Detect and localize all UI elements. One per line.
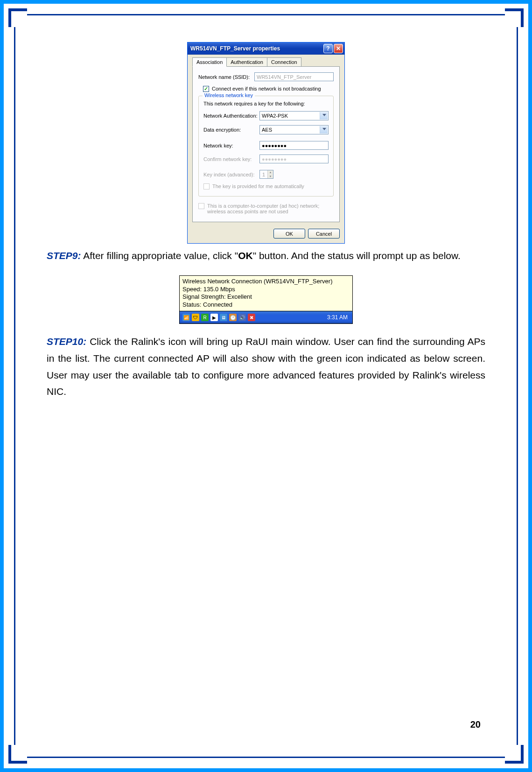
dialog-title: WR514VN_FTP_Server properties [190, 45, 322, 52]
step9-text-after: " button. And the status will prompt up … [253, 250, 461, 261]
volume-icon[interactable]: 🔊 [238, 314, 246, 321]
page-number: 20 [470, 719, 481, 730]
tooltip-line2: Speed: 135.0 Mbps [182, 286, 350, 294]
monitor-icon[interactable]: 🖥 [220, 314, 227, 321]
ssid-input[interactable]: WR514VN_FTP_Server [254, 72, 334, 81]
tab-connection[interactable]: Connection [267, 57, 301, 67]
tooltip-line4: Status: Connected [182, 301, 350, 309]
stop-icon[interactable]: ✖ [248, 314, 255, 321]
key-label: Network key: [203, 143, 259, 148]
corner-bl [8, 745, 27, 764]
enc-row: Data encryption: AES [203, 125, 329, 134]
connection-tooltip: Wireless Network Connection (WR514VN_FTP… [179, 275, 353, 324]
ok-button[interactable]: OK [273, 229, 305, 239]
auth-value: WPA2-PSK [262, 113, 288, 119]
corner-tl [8, 8, 27, 27]
auth-label: Network Authentication: [203, 113, 259, 119]
auto-key-checkbox[interactable] [203, 183, 210, 189]
fieldset-legend: Wireless network key [203, 92, 255, 98]
tooltip-content: Wireless Network Connection (WR514VN_FTP… [180, 276, 352, 312]
shield-icon[interactable]: 🛡 [192, 314, 199, 321]
index-row: Key index (advanced): 1 ▲▼ [203, 170, 329, 179]
index-spinner[interactable]: 1 ▲▼ [259, 170, 273, 179]
ssid-row: Network name (SSID): WR514VN_FTP_Server [198, 72, 334, 81]
corner-br [505, 745, 524, 764]
adhoc-label: This is a computer-to-computer (ad hoc) … [207, 203, 334, 214]
play-icon[interactable]: ▶ [210, 314, 218, 321]
step9-paragraph: STEP9: After filling appropriate value, … [47, 247, 485, 264]
chevron-down-icon [322, 128, 326, 130]
step10-paragraph: STEP10: Click the Ralink's icon will bri… [47, 333, 485, 400]
enc-value: AES [262, 127, 272, 133]
close-button[interactable]: ✕ [334, 44, 343, 53]
index-label: Key index (advanced): [203, 172, 259, 177]
key-input[interactable]: ●●●●●●●● [259, 141, 329, 150]
dialog-body: Association Authentication Connection Ne… [188, 55, 344, 243]
auth-select[interactable]: WPA2-PSK [259, 111, 329, 120]
clock-icon[interactable]: 🕐 [229, 314, 237, 321]
dialog-buttons: OK Cancel [192, 229, 340, 239]
auth-row: Network Authentication: WPA2-PSK [203, 111, 329, 120]
system-tray: 📶 🛡 R ▶ 🖥 🕐 🔊 ✖ 3:31 AM [180, 311, 352, 323]
tab-authentication[interactable]: Authentication [226, 57, 267, 67]
confirm-input[interactable]: ●●●●●●●● [259, 154, 329, 163]
page: WR514VN_FTP_Server properties ? ✕ Associ… [0, 0, 532, 772]
step10-label: STEP10: [47, 336, 86, 347]
fieldset-text: This network requires a key for the foll… [203, 101, 329, 106]
help-button[interactable]: ? [323, 44, 333, 53]
properties-dialog: WR514VN_FTP_Server properties ? ✕ Associ… [187, 42, 345, 244]
enc-select[interactable]: AES [259, 125, 329, 134]
step9-label: STEP9: [47, 250, 81, 261]
content: WR514VN_FTP_Server properties ? ✕ Associ… [47, 28, 485, 744]
connect-even-label: Connect even if this network is not broa… [212, 86, 321, 91]
connect-even-row: Connect even if this network is not broa… [203, 86, 334, 92]
key-row: Network key: ●●●●●●●● [203, 141, 329, 150]
enc-label: Data encryption: [203, 127, 259, 133]
tab-association[interactable]: Association [192, 57, 227, 67]
ralink-icon[interactable]: R [201, 314, 209, 321]
confirm-row: Confirm network key: ●●●●●●●● [203, 154, 329, 163]
tooltip-line3: Signal Strength: Excellent [182, 293, 350, 301]
adhoc-row: This is a computer-to-computer (ad hoc) … [198, 203, 334, 214]
corner-tr [505, 8, 524, 27]
network-icon[interactable]: 📶 [182, 314, 190, 321]
wireless-key-fieldset: Wireless network key This network requir… [198, 96, 334, 197]
step10-text: Click the Ralink's icon will bring up Ra… [47, 336, 485, 397]
tab-bar: Association Authentication Connection [192, 57, 340, 67]
ssid-label: Network name (SSID): [198, 74, 254, 80]
adhoc-checkbox[interactable] [198, 203, 204, 209]
chevron-down-icon [322, 114, 326, 116]
step9-ok: OK [238, 250, 253, 261]
titlebar[interactable]: WR514VN_FTP_Server properties ? ✕ [188, 42, 344, 55]
connect-even-checkbox[interactable] [203, 86, 209, 92]
tooltip-line1: Wireless Network Connection (WR514VN_FTP… [182, 278, 350, 286]
step9-text-before: After filling appropriate value, click " [81, 250, 238, 261]
confirm-label: Confirm network key: [203, 156, 259, 162]
auto-key-label: The key is provided for me automatically [212, 183, 304, 189]
cancel-button[interactable]: Cancel [308, 229, 340, 239]
index-value: 1 [260, 170, 267, 178]
auto-key-row: The key is provided for me automatically [203, 183, 329, 189]
tray-time: 3:31 AM [327, 314, 350, 321]
spinner-buttons[interactable]: ▲▼ [267, 170, 273, 178]
tab-content: Network name (SSID): WR514VN_FTP_Server … [192, 66, 340, 222]
